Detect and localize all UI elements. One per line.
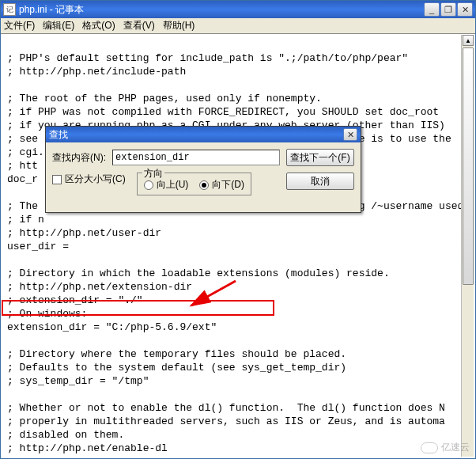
- maximize-button[interactable]: ❐: [440, 2, 456, 17]
- scroll-up-arrow[interactable]: ▲: [463, 35, 474, 46]
- scroll-thumb[interactable]: [463, 47, 474, 285]
- find-label: 查找内容(N):: [52, 151, 106, 165]
- match-case-label: 区分大小写(C): [65, 173, 126, 186]
- find-input[interactable]: [112, 150, 280, 165]
- menu-help[interactable]: 帮助(H): [163, 19, 195, 32]
- app-icon: 记: [3, 3, 16, 16]
- menu-view[interactable]: 查看(V): [123, 19, 155, 32]
- direction-group: 方向 向上(U) 向下(D): [137, 173, 251, 195]
- window-title: php.ini - 记事本: [19, 3, 424, 17]
- checkbox-icon: [52, 175, 62, 184]
- watermark: 亿速云: [421, 441, 470, 454]
- titlebar[interactable]: 记 php.ini - 记事本 _ ❐ ✕: [1, 1, 475, 18]
- vertical-scrollbar[interactable]: ▲: [461, 35, 474, 457]
- find-next-button[interactable]: 查找下一个(F): [286, 149, 354, 166]
- menu-bar: 文件(F) 编辑(E) 格式(O) 查看(V) 帮助(H): [1, 18, 475, 34]
- radio-icon: [144, 180, 153, 190]
- direction-down-label: 向下(D): [212, 178, 244, 192]
- match-case-checkbox[interactable]: 区分大小写(C): [52, 173, 126, 186]
- radio-icon: [199, 180, 209, 190]
- editor-content[interactable]: ; PHP's default setting for include_path…: [2, 35, 463, 457]
- direction-label: 方向: [142, 167, 164, 180]
- cloud-icon: [421, 442, 438, 453]
- notepad-window: 记 php.ini - 记事本 _ ❐ ✕ 文件(F) 编辑(E) 格式(O) …: [0, 0, 476, 459]
- minimize-button[interactable]: _: [424, 2, 440, 17]
- watermark-text: 亿速云: [441, 441, 470, 454]
- find-dialog[interactable]: 查找 ✕ 查找内容(N): 查找下一个(F) 区分大小写(C) 方向 向上(U): [45, 126, 361, 213]
- menu-format[interactable]: 格式(O): [82, 19, 115, 32]
- close-button[interactable]: ✕: [457, 2, 473, 17]
- cancel-button[interactable]: 取消: [286, 173, 354, 190]
- menu-edit[interactable]: 编辑(E): [43, 19, 74, 32]
- dialog-title: 查找: [49, 128, 68, 142]
- direction-down-radio[interactable]: 向下(D): [199, 178, 244, 192]
- dialog-close-button[interactable]: ✕: [343, 128, 357, 141]
- dialog-titlebar[interactable]: 查找 ✕: [46, 127, 361, 142]
- menu-file[interactable]: 文件(F): [4, 19, 35, 32]
